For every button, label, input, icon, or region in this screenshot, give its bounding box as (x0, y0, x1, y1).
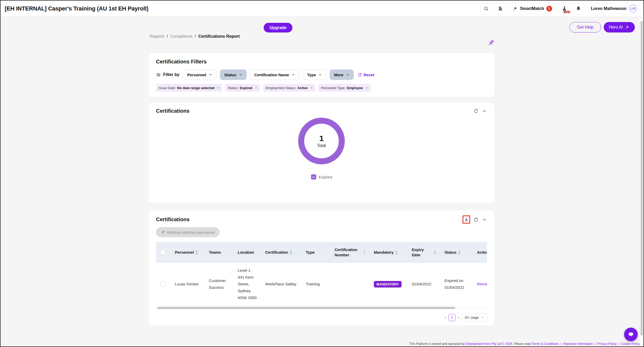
labs-beta-button[interactable]: BETA (559, 3, 570, 14)
column-header-certification-number[interactable]: Certification Number (330, 242, 370, 263)
beta-badge: BETA (563, 10, 570, 13)
column-header-personnel[interactable]: Personnel (171, 242, 205, 263)
reset-filters-button[interactable]: Reset (358, 73, 374, 77)
pushpin-icon (487, 39, 495, 47)
filter-personnel-button[interactable]: Personnel (183, 69, 216, 80)
page-number-button[interactable]: 1 (448, 314, 456, 321)
chat-widget-button[interactable] (624, 328, 638, 341)
refresh-table-button[interactable] (473, 217, 479, 222)
footer-text: . Please read (512, 342, 531, 346)
filter-certification-name-button[interactable]: Certification Name (250, 69, 299, 80)
filter-personnel-label: Personnel (187, 73, 206, 77)
page-column: Certifications Filters Filter by Personn… (149, 17, 494, 326)
filter-type-button[interactable]: Type (303, 69, 326, 80)
donut-chart-area: 1 Total Expired (156, 114, 487, 180)
next-page-button[interactable]: › (458, 315, 459, 319)
footer-privacy-link[interactable]: Privacy Policy (597, 342, 617, 346)
close-icon[interactable]: × (217, 86, 219, 90)
certifications-table-wrapper: Personnel Teams Location Certification T… (156, 242, 487, 306)
building-icon (498, 6, 503, 11)
footer-company-link[interactable]: Employment Hero Pty Ltd © 2025 (465, 342, 512, 346)
chip-value: No date range selected (177, 86, 214, 90)
collapse-table-button[interactable] (482, 217, 487, 222)
vertical-scrollbar-thumb[interactable] (641, 21, 643, 335)
refresh-chart-button[interactable] (473, 109, 479, 114)
footer-terms-link[interactable]: Terms & Conditions (532, 342, 559, 346)
column-header-expiry-date[interactable]: Expiry Date (408, 242, 440, 263)
breadcrumb-separator: / (167, 34, 168, 39)
column-header-type: Type (302, 242, 330, 263)
user-name: Loren Mathewson (591, 6, 626, 11)
breadcrumb-compliance[interactable]: Compliance (170, 34, 192, 39)
refresh-icon (473, 109, 479, 114)
filter-type-label: Type (307, 73, 316, 77)
column-header-status[interactable]: Status (440, 242, 474, 263)
previous-page-button[interactable]: ‹ (445, 315, 446, 319)
close-icon[interactable]: × (366, 86, 368, 90)
cell-location: Level 1, 441 Kent Street, Sydney NSW 200… (234, 263, 261, 306)
breadcrumb-reports[interactable]: Reports (150, 34, 164, 39)
column-header-certification[interactable]: Certification (261, 242, 302, 263)
vertical-scrollbar[interactable] (640, 17, 643, 346)
remind-link[interactable]: Remind (477, 282, 487, 286)
table-title: Certifications (156, 216, 190, 223)
page-size-select[interactable]: 20 / page (462, 313, 487, 321)
chart-card-actions (473, 109, 487, 114)
horizontal-scrollbar[interactable] (156, 306, 487, 310)
cell-certification-number (330, 263, 370, 306)
cell-teams: Customer Success (205, 263, 234, 306)
mandatory-badge: MANDATORY (374, 281, 402, 288)
smartmatch-button[interactable]: SmartMatch 1 (509, 3, 556, 14)
sort-icon (395, 250, 398, 255)
footer-important-info-link[interactable]: Important Information (563, 342, 593, 346)
filter-status-button[interactable]: Status (220, 69, 247, 80)
row-checkbox[interactable] (160, 281, 165, 287)
filter-by-label: Filter by (163, 72, 179, 77)
breadcrumb-separator: / (195, 34, 196, 39)
chip-label: Personnel Type: (321, 86, 346, 90)
close-icon[interactable]: × (255, 86, 257, 90)
chip-value: Expired (240, 86, 252, 90)
column-header-mandatory[interactable]: Mandatory (370, 242, 408, 263)
column-label: Expiry Date (412, 247, 432, 258)
get-help-button[interactable]: Get Help (569, 22, 601, 32)
horizontal-scrollbar-thumb[interactable] (157, 307, 455, 309)
download-report-button[interactable] (464, 217, 469, 222)
chart-title: Certifications (156, 108, 190, 114)
column-label: Certification (265, 250, 288, 255)
search-button[interactable] (480, 3, 492, 14)
sort-icon (195, 250, 198, 255)
sparkle-icon (625, 25, 630, 30)
close-icon[interactable]: × (310, 86, 313, 90)
chart-card-header: Certifications (156, 108, 487, 114)
table-card-actions (463, 215, 487, 224)
column-label: Certification Number (335, 247, 362, 258)
expired-legend-checkbox[interactable] (311, 174, 316, 180)
breadcrumb: Reports / Compliance / Certifications Re… (150, 34, 240, 39)
footer: This Platform is owned and operated by E… (409, 342, 640, 346)
topbar: [EH INTERNAL] Casper's Training (AU 1st … (1, 1, 643, 17)
filter-sliders-icon (156, 72, 161, 77)
footer-separator: | (595, 342, 595, 346)
table-row: Lucas Fenton Customer Success Level 1, 4… (156, 263, 487, 306)
smartmatch-badge: 1 (546, 6, 552, 12)
upgrade-button[interactable]: Upgrade (264, 23, 292, 32)
organisation-button[interactable] (495, 3, 506, 14)
filter-more-button[interactable]: More (330, 69, 354, 80)
filter-certification-name-label: Certification Name (254, 73, 289, 77)
pin-page-button[interactable] (487, 39, 495, 48)
send-icon (161, 230, 165, 235)
refresh-icon (473, 217, 479, 222)
remind-selected-personnel-button[interactable]: Remind selected personnel (156, 227, 220, 237)
chip-label: Status: (228, 86, 238, 90)
select-all-checkbox[interactable] (160, 250, 165, 255)
select-all-cell (156, 242, 171, 263)
user-menu[interactable]: Loren Mathewson LM (587, 3, 639, 14)
chevron-down-icon (481, 316, 484, 319)
notifications-button[interactable] (573, 3, 584, 14)
footer-cookie-link[interactable]: Cookie Policy (621, 342, 640, 346)
chevron-down-icon (292, 73, 295, 76)
hero-ai-button[interactable]: Hero AI (604, 22, 635, 32)
column-header-actions: Actions (474, 242, 487, 263)
collapse-chart-button[interactable] (482, 109, 487, 114)
